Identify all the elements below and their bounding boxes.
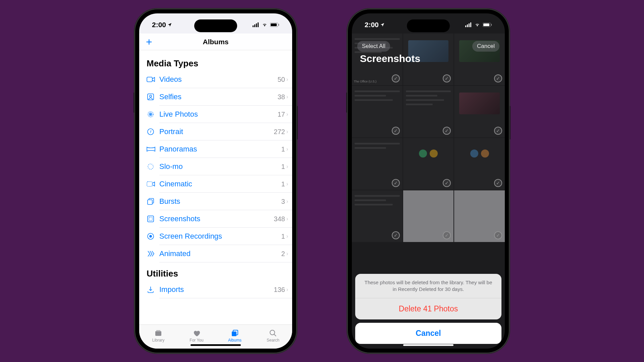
cancel-selection-button[interactable]: Cancel xyxy=(472,41,499,52)
thumbnail[interactable]: ✓ xyxy=(352,86,402,137)
checkmark-icon: ✓ xyxy=(494,231,502,239)
chevron-right-icon: › xyxy=(286,94,288,100)
portrait-icon: f xyxy=(147,128,157,136)
row-portrait[interactable]: f Portrait 272 › xyxy=(139,123,292,140)
animated-icon xyxy=(147,250,157,258)
cellular-icon xyxy=(465,22,472,27)
tab-albums[interactable]: Albums xyxy=(216,325,254,347)
delete-photos-button[interactable]: Delete 41 Photos xyxy=(355,298,501,319)
chevron-right-icon: › xyxy=(286,198,288,204)
svg-rect-25 xyxy=(465,25,466,27)
svg-point-9 xyxy=(150,95,152,97)
chevron-right-icon: › xyxy=(286,216,288,222)
row-label: Panoramas xyxy=(157,145,281,154)
cellular-icon xyxy=(253,22,259,27)
row-selfies[interactable]: Selfies 38 › xyxy=(139,88,292,106)
thumbnail[interactable]: ✓ xyxy=(454,138,505,190)
svg-point-15 xyxy=(148,164,153,169)
checkmark-icon: ✓ xyxy=(443,74,451,82)
row-label: Cinematic xyxy=(157,180,281,188)
svg-rect-31 xyxy=(491,24,492,26)
row-count: 272 xyxy=(274,128,285,136)
tab-label: Library xyxy=(152,338,165,343)
row-label: Videos xyxy=(157,75,277,84)
select-all-button[interactable]: Select All xyxy=(357,41,390,52)
status-time: 2:00 xyxy=(152,21,166,29)
checkmark-icon: ✓ xyxy=(443,127,451,135)
thumbnail[interactable]: ✓ xyxy=(403,190,454,242)
row-count: 1 xyxy=(281,180,285,188)
chevron-right-icon: › xyxy=(286,111,288,117)
row-videos[interactable]: Videos 50 › xyxy=(139,71,292,88)
row-bursts[interactable]: Bursts 3 › xyxy=(139,193,292,210)
svg-rect-30 xyxy=(483,23,489,26)
svg-rect-28 xyxy=(470,22,471,27)
nav-title: Albums xyxy=(203,38,228,46)
svg-rect-8 xyxy=(148,94,154,100)
row-slomo[interactable]: Slo-mo 1 › xyxy=(139,158,292,175)
row-screenrecordings[interactable]: Screen Recordings 1 › xyxy=(139,228,292,245)
svg-point-12 xyxy=(150,114,151,115)
row-livephotos[interactable]: Live Photos 17 › xyxy=(139,106,292,123)
svg-rect-3 xyxy=(258,22,259,27)
row-screenshots[interactable]: Screenshots 348 › xyxy=(139,210,292,228)
tab-search[interactable]: Search xyxy=(254,325,292,347)
dynamic-island xyxy=(194,19,237,32)
row-label: Slo-mo xyxy=(157,162,281,171)
wifi-icon xyxy=(261,22,268,27)
svg-rect-23 xyxy=(232,331,236,336)
row-label: Selfies xyxy=(157,93,277,101)
checkmark-icon: ✓ xyxy=(392,179,400,187)
row-label: Portrait xyxy=(157,127,274,136)
thumbnail[interactable]: ✓ xyxy=(403,86,454,137)
svg-rect-22 xyxy=(155,331,161,336)
svg-rect-0 xyxy=(253,25,254,27)
row-imports[interactable]: Imports 136 › xyxy=(139,281,292,298)
panoramas-icon xyxy=(147,146,157,152)
row-count: 17 xyxy=(277,111,285,118)
bursts-icon xyxy=(147,197,157,205)
row-panoramas[interactable]: Panoramas 1 › xyxy=(139,140,292,158)
checkmark-icon: ✓ xyxy=(494,127,502,135)
row-count: 348 xyxy=(274,215,285,223)
svg-rect-16 xyxy=(147,182,152,186)
nav-bar: + Albums xyxy=(139,34,292,50)
row-label: Live Photos xyxy=(157,110,277,119)
checkmark-icon: ✓ xyxy=(494,179,502,187)
thumbnail[interactable]: ✓ xyxy=(403,138,454,190)
row-label: Screen Recordings xyxy=(157,232,281,241)
row-cinematic[interactable]: Cinematic 1 › xyxy=(139,175,292,193)
dynamic-island xyxy=(407,19,450,32)
svg-rect-6 xyxy=(278,24,279,26)
tab-foryou[interactable]: For You xyxy=(177,325,216,347)
albums-content[interactable]: Media Types Videos 50 › Selfies 38 › Liv… xyxy=(139,50,292,324)
row-label: Bursts xyxy=(157,197,281,206)
row-animated[interactable]: Animated 2 › xyxy=(139,245,292,262)
sheet-group: These photos will be deleted from the li… xyxy=(355,274,501,320)
chevron-right-icon: › xyxy=(286,129,288,135)
cancel-button[interactable]: Cancel xyxy=(355,323,501,344)
slomo-icon xyxy=(147,163,157,171)
thumbnail[interactable]: ✓ xyxy=(454,190,505,242)
chevron-right-icon: › xyxy=(286,164,288,170)
thumbnail[interactable]: ✓ xyxy=(352,138,402,190)
checkmark-icon: ✓ xyxy=(392,231,400,239)
chevron-right-icon: › xyxy=(286,146,288,152)
wifi-icon xyxy=(474,22,481,27)
thumbnail[interactable]: ✓ xyxy=(352,190,402,242)
screenshots-title: Screenshots xyxy=(360,53,420,64)
row-count: 1 xyxy=(281,163,285,171)
add-button[interactable]: + xyxy=(146,37,152,47)
screen-albums: 2:00 + Albums Media Typ xyxy=(139,13,292,349)
row-count: 38 xyxy=(277,93,285,101)
home-indicator[interactable] xyxy=(191,344,241,346)
home-indicator[interactable] xyxy=(403,344,453,346)
row-count: 136 xyxy=(274,286,285,294)
tab-library[interactable]: Library xyxy=(139,325,177,347)
chevron-right-icon: › xyxy=(286,76,288,82)
checkmark-icon: ✓ xyxy=(392,74,400,82)
chevron-right-icon: › xyxy=(286,181,288,187)
thumbnail[interactable]: ✓ xyxy=(454,86,505,137)
screenshots-icon xyxy=(147,215,157,223)
battery-icon xyxy=(270,22,279,27)
